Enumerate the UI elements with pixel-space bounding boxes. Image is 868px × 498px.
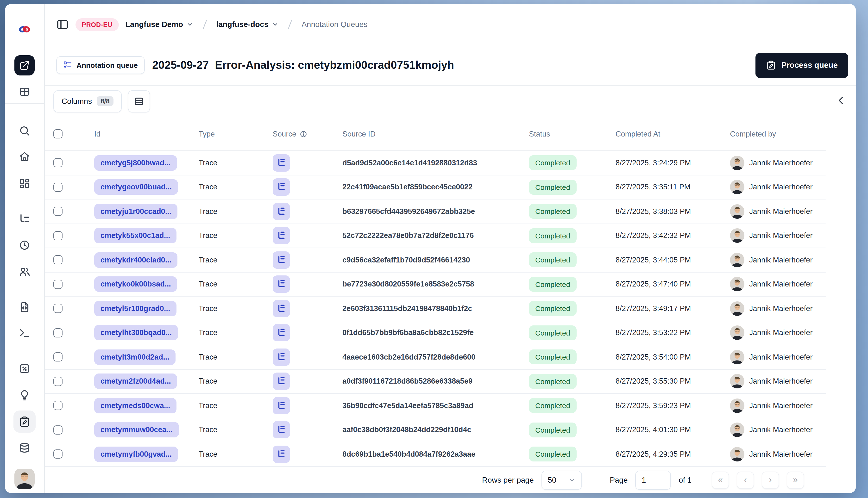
item-id-link[interactable]: cmetyg5j800bwad... <box>94 155 177 171</box>
lightbulb-icon[interactable] <box>19 389 30 401</box>
item-id-link[interactable]: cmetyju1r00ccad0... <box>94 204 178 219</box>
source-trace-link[interactable] <box>273 397 290 414</box>
traces-tree-icon[interactable] <box>18 213 30 225</box>
row-checkbox[interactable] <box>53 425 63 434</box>
clock-icon[interactable] <box>19 239 30 251</box>
users-icon[interactable] <box>18 265 30 278</box>
source-trace-link[interactable] <box>273 349 290 366</box>
home-icon[interactable] <box>19 151 30 162</box>
rows-per-page-select[interactable]: 50 <box>542 470 582 489</box>
table-row[interactable]: cmetygeov00buad... Trace 22c41f09acae5b1… <box>45 175 826 199</box>
item-id-link[interactable]: cmetymeds00cwa... <box>94 398 177 414</box>
row-checkbox[interactable] <box>53 183 63 192</box>
search-icon[interactable] <box>19 125 30 136</box>
source-trace-link[interactable] <box>273 179 290 196</box>
columns-button[interactable]: Columns 8/8 <box>53 90 122 112</box>
column-header-completed-by[interactable]: Completed by <box>730 130 826 138</box>
table-row[interactable]: cmetymmuw00cea... Trace aaf0c38db0f3f204… <box>45 418 826 442</box>
source-trace-link[interactable] <box>273 227 290 245</box>
column-header-id[interactable]: Id <box>94 130 198 138</box>
source-trace-link[interactable] <box>273 300 290 317</box>
column-header-completed-at[interactable]: Completed At <box>616 130 730 138</box>
status-badge: Completed <box>529 398 576 413</box>
select-all-checkbox[interactable] <box>53 129 63 139</box>
breadcrumb-project[interactable]: langfuse-docs <box>216 20 278 29</box>
avatar <box>730 204 744 219</box>
column-header-source[interactable]: Source <box>273 130 342 138</box>
row-checkbox[interactable] <box>53 231 63 240</box>
table-row[interactable]: cmetykdr400ciad0... Trace c9d56ca32efaff… <box>45 248 826 272</box>
item-id-link[interactable]: cmetymyfb00gvad... <box>94 447 178 462</box>
user-avatar-button[interactable] <box>14 469 35 489</box>
row-height-button[interactable] <box>128 90 150 112</box>
pagination-footer: Rows per page 50 Page of 1 « ‹ › <box>45 467 826 493</box>
env-badge[interactable]: PROD-EU <box>76 18 118 31</box>
first-page-button[interactable]: « <box>712 471 729 489</box>
terminal-icon[interactable] <box>18 327 30 339</box>
prev-page-button[interactable]: ‹ <box>737 471 754 489</box>
source-trace-link[interactable] <box>273 446 290 463</box>
row-checkbox[interactable] <box>53 207 63 216</box>
item-id-link[interactable]: cmetykdr400ciad0... <box>94 252 178 268</box>
avatar <box>730 374 744 389</box>
source-trace-link[interactable] <box>273 373 290 390</box>
table-row[interactable]: cmetymeds00cwa... Trace 36b90cdfc47e5da1… <box>45 394 826 418</box>
item-id-link[interactable]: cmetyko0k00bsad... <box>94 277 177 292</box>
completed-by-name: Jannik Maierhoefer <box>749 329 813 337</box>
file-code-icon[interactable] <box>19 301 30 313</box>
table-row[interactable]: cmetyju1r00ccad0... Trace b63297665cfd44… <box>45 199 826 224</box>
item-id-link[interactable]: cmetygeov00buad... <box>94 180 178 195</box>
row-checkbox[interactable] <box>53 280 63 289</box>
sidebar-toggle-icon[interactable] <box>56 18 69 31</box>
source-trace-link[interactable] <box>273 251 290 269</box>
item-id-link[interactable]: cmetyl5r100grad0... <box>94 301 177 316</box>
evaluation-percent-icon[interactable] <box>19 363 30 375</box>
row-checkbox[interactable] <box>53 353 63 362</box>
table-row[interactable]: cmetyl5r100grad0... Trace 2e603f31361115… <box>45 297 826 321</box>
last-page-button[interactable]: » <box>787 471 804 489</box>
annotation-queues-active[interactable] <box>13 410 36 433</box>
external-link-icon <box>14 55 35 76</box>
open-in-new-button[interactable] <box>14 55 35 76</box>
row-checkbox[interactable] <box>53 377 63 386</box>
row-checkbox[interactable] <box>53 255 63 265</box>
table-row[interactable]: cmetyg5j800bwad... Trace d5ad9d52a00c6e1… <box>45 151 826 175</box>
item-id-link[interactable]: cmetylht300bqad0... <box>94 325 178 341</box>
item-id-link[interactable]: cmetylt3m00d2ad... <box>94 350 176 365</box>
item-id-link[interactable]: cmetyk55x00c1ad... <box>94 228 177 244</box>
table-row[interactable]: cmetylt3m00d2ad... Trace 4aaece1603cb2e1… <box>45 345 826 369</box>
table-grid-icon[interactable] <box>19 86 30 97</box>
column-header-status[interactable]: Status <box>529 130 616 138</box>
database-icon[interactable] <box>19 442 30 454</box>
item-id-link[interactable]: cmetymmuw00cea... <box>94 422 179 438</box>
row-checkbox[interactable] <box>53 158 63 168</box>
breadcrumb-page[interactable]: Annotation Queues <box>301 20 367 29</box>
source-id: 4aaece1603cb2e16dd757f28de8de600 <box>342 353 475 362</box>
process-queue-button[interactable]: Process queue <box>755 53 848 78</box>
collapse-panel-chevron-icon[interactable] <box>836 95 846 106</box>
row-checkbox[interactable] <box>53 328 63 338</box>
item-id-link[interactable]: cmetym2fz00d4ad... <box>94 374 177 389</box>
rows-per-page-label: Rows per page <box>482 476 534 484</box>
chevron-down-icon <box>568 476 575 484</box>
dashboard-icon[interactable] <box>19 178 30 189</box>
source-trace-link[interactable] <box>273 203 290 220</box>
table-row[interactable]: cmetylht300bqad0... Trace 0f1dd65b7bb9bf… <box>45 321 826 345</box>
page-number-input[interactable] <box>635 470 671 489</box>
breadcrumb-org[interactable]: Langfuse Demo <box>125 20 193 29</box>
row-checkbox[interactable] <box>53 450 63 459</box>
column-header-source-id[interactable]: Source ID <box>342 130 529 138</box>
source-trace-link[interactable] <box>273 276 290 293</box>
column-header-type[interactable]: Type <box>198 130 273 138</box>
table-row[interactable]: cmetymyfb00gvad... Trace 8dc69b1ba1e540b… <box>45 442 826 467</box>
next-page-button[interactable]: › <box>762 471 779 489</box>
table-row[interactable]: cmetyk55x00c1ad... Trace 52c72c2222ea78e… <box>45 224 826 248</box>
source-trace-link[interactable] <box>273 324 290 342</box>
table-row[interactable]: cmetyko0k00bsad... Trace be7723e30d80205… <box>45 272 826 297</box>
source-trace-link[interactable] <box>273 154 290 172</box>
table-row[interactable]: cmetym2fz00d4ad... Trace a0df3f901167218… <box>45 369 826 394</box>
source-trace-link[interactable] <box>273 421 290 438</box>
row-checkbox[interactable] <box>53 401 63 410</box>
row-checkbox[interactable] <box>53 304 63 313</box>
item-type: Trace <box>198 425 217 434</box>
